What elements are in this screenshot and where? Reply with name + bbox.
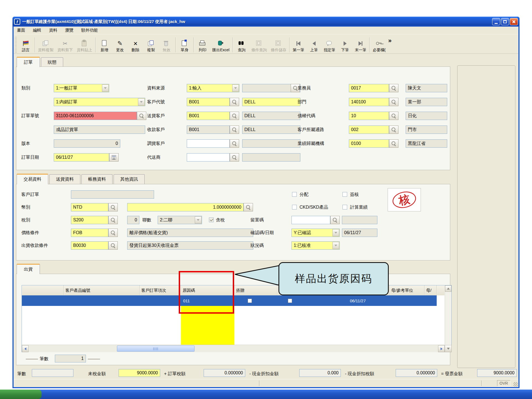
toolbar-add[interactable]: 新增 <box>97 36 112 53</box>
allocate-checkbox[interactable] <box>292 192 297 197</box>
grid-header-parent[interactable]: 母/ <box>424 285 437 295</box>
tab-status[interactable]: 狀態 <box>41 57 63 67</box>
toolbar-query[interactable]: 查詢 <box>234 36 249 53</box>
org-lookup-button[interactable] <box>389 139 398 148</box>
toolbar-delete[interactable]: ✕刪除 <box>128 36 143 53</box>
agent-code-field[interactable] <box>187 153 230 162</box>
payment-term-field[interactable]: B0030 <box>71 241 108 250</box>
confirm-select[interactable]: Y:已確認 <box>291 229 340 237</box>
close-button[interactable] <box>510 18 518 25</box>
retain-code-field[interactable] <box>291 216 330 224</box>
tab-shipment[interactable]: 出貨 <box>17 264 40 274</box>
toolbar-goto-record[interactable]: 指定筆 <box>322 36 337 53</box>
price-term-lookup-button[interactable] <box>108 229 118 237</box>
transfer-lookup-button[interactable] <box>230 139 239 148</box>
tax-type-field[interactable]: S200 <box>71 216 108 224</box>
subcategory-select[interactable]: 1:內銷訂單 <box>54 98 145 106</box>
sign-checkbox[interactable] <box>342 192 347 197</box>
exchange-rate-lookup-button[interactable] <box>244 203 253 211</box>
ckd-skd-checkbox[interactable] <box>292 205 297 209</box>
chevron-down-icon[interactable] <box>138 98 145 106</box>
salesman-code-field[interactable]: 0017 <box>349 84 389 92</box>
minimize-button[interactable] <box>492 18 500 25</box>
toolbar-first-record[interactable]: 第一筆 <box>291 36 306 53</box>
bill-to-lookup-button[interactable] <box>230 126 239 134</box>
calendar-button[interactable] <box>109 153 119 162</box>
menu-screen[interactable]: 畫面 <box>17 28 25 33</box>
maximize-button[interactable] <box>501 18 509 25</box>
toolbar-language[interactable]: 語言 <box>18 36 34 53</box>
scrollbar-thumb[interactable] <box>117 346 195 352</box>
copies-select[interactable]: 2:二聯 <box>158 216 202 224</box>
toolbar-grip[interactable] <box>15 37 17 53</box>
toolbar-modify[interactable]: ✎更改 <box>112 36 128 53</box>
dept-code-field[interactable]: 140100 <box>349 98 389 106</box>
toolbar-required-fields[interactable]: 必要欄( <box>371 36 388 53</box>
menu-extra-functions[interactable]: 額外功能 <box>81 28 98 33</box>
org-code-field[interactable]: 0100 <box>349 139 389 148</box>
chevron-down-icon[interactable] <box>332 242 339 249</box>
agent-lookup-button[interactable] <box>230 153 239 162</box>
tax-included-checkbox[interactable] <box>209 218 214 222</box>
source-select[interactable]: 1:輸入 <box>187 84 239 92</box>
scroll-left-button[interactable] <box>22 345 29 352</box>
scroll-up-button[interactable] <box>445 285 451 292</box>
tab-account-data[interactable]: 帳務資料 <box>81 174 112 184</box>
start-button-fragment[interactable] <box>0 390 42 399</box>
tab-order[interactable]: 訂單 <box>17 57 40 67</box>
tab-shipping-data[interactable]: 送貨資料 <box>49 174 80 184</box>
channel-code-field[interactable]: 002 <box>349 126 389 134</box>
row-checkbox[interactable] <box>288 299 292 303</box>
untaxed-amount-field[interactable]: 9000.0000 <box>119 369 160 377</box>
dept-lookup-button[interactable] <box>389 98 398 106</box>
customer-lookup-button[interactable] <box>230 98 239 106</box>
giveaway-checkbox[interactable] <box>248 299 252 303</box>
tab-other-info[interactable]: 其他資訊 <box>114 174 145 184</box>
calc-performance-checkbox[interactable] <box>342 205 347 209</box>
customer-code-field[interactable]: B001 <box>187 98 230 106</box>
exchange-rate-field[interactable]: 1.0000000000 <box>127 203 244 211</box>
currency-lookup-button[interactable] <box>108 203 118 211</box>
resize-grip[interactable] <box>513 382 518 387</box>
vertical-scrollbar[interactable] <box>445 285 451 345</box>
credit-lookup-button[interactable] <box>389 112 398 120</box>
menu-edit[interactable]: 編輯 <box>33 28 41 33</box>
grid-header-customer-order-item[interactable]: 客戶訂單項次 <box>140 285 181 295</box>
retain-lookup-button[interactable] <box>330 216 340 224</box>
grid-header-blank[interactable] <box>22 285 64 295</box>
toolbar-detail[interactable]: 單身 <box>177 36 192 53</box>
toolbar-overflow-chevron[interactable]: » <box>388 37 392 44</box>
customer-name-field[interactable]: DELL <box>242 98 300 106</box>
price-term-field[interactable]: FOB <box>71 229 108 237</box>
toolbar-prev-record[interactable]: 上筆 <box>306 36 322 53</box>
order-no-field[interactable]: 31100-0611000006 <box>54 112 137 120</box>
menu-data[interactable]: 資料 <box>49 28 57 33</box>
transfer-code-field[interactable] <box>187 139 230 148</box>
chevron-down-icon[interactable] <box>232 85 239 92</box>
order-date-field[interactable]: 06/11/27 <box>54 153 109 162</box>
toolbar-duplicate[interactable]: 複製 <box>143 36 159 53</box>
toolbar-last-record[interactable]: 末一筆 <box>353 36 368 53</box>
horizontal-scrollbar[interactable] <box>22 345 445 352</box>
order-no-lookup-button[interactable] <box>137 112 146 120</box>
tax-type-lookup-button[interactable] <box>108 216 118 224</box>
chevron-down-icon[interactable] <box>332 229 339 236</box>
grid-header-customer-product-no[interactable]: 客戶產品編號 <box>64 285 140 295</box>
credit-code-field[interactable]: 10 <box>349 112 389 120</box>
ship-to-lookup-button[interactable] <box>230 112 239 120</box>
chevron-down-icon[interactable] <box>102 85 109 92</box>
toolbar-print[interactable]: 列印 <box>195 36 210 53</box>
toolbar-export-excel[interactable]: 匯出Excel <box>210 36 231 53</box>
tab-trade-data[interactable]: 交易資料 <box>17 174 48 184</box>
grid-header-parent-ref-unit[interactable]: 母/參考單位 <box>390 285 424 295</box>
category-select[interactable]: 1:一般訂單 <box>54 84 109 92</box>
title-bar[interactable]: f 一般訂單維護作業(axmt410)[測試區域-產業別(TW)](ds4) 日… <box>12 17 520 27</box>
toolbar-next-record[interactable]: 下筆 <box>337 36 353 53</box>
scroll-down-button[interactable] <box>445 345 452 352</box>
payment-term-lookup-button[interactable] <box>108 241 118 250</box>
menu-browse[interactable]: 瀏覽 <box>65 28 73 33</box>
salesman-lookup-button[interactable] <box>389 84 398 92</box>
ship-to-code-field[interactable]: B001 <box>187 112 230 120</box>
chevron-down-icon[interactable] <box>195 216 201 224</box>
currency-code-field[interactable]: NTD <box>71 203 108 211</box>
